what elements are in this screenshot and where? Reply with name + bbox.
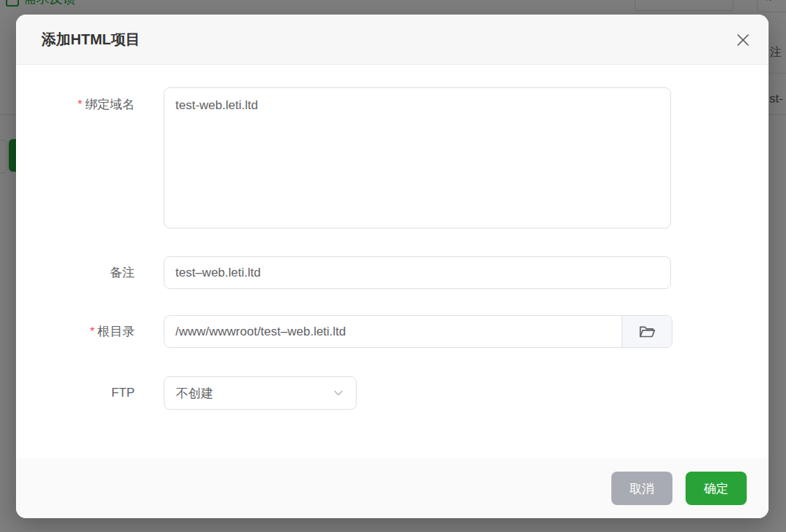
close-icon — [735, 32, 751, 48]
domain-label: *绑定域名 — [16, 96, 135, 114]
ftp-select[interactable]: 不创建 — [164, 376, 357, 410]
remark-input[interactable] — [164, 256, 671, 289]
required-mark: * — [90, 325, 95, 338]
folder-open-icon — [638, 322, 656, 341]
root-dir-input-group — [164, 315, 672, 348]
add-html-project-dialog: 添加HTML项目 *绑定域名 备注 *根目录 FTP 不创建 — [16, 15, 769, 518]
cancel-button[interactable]: 取消 — [611, 472, 672, 505]
confirm-button[interactable]: 确定 — [686, 472, 747, 505]
ftp-label: FTP — [16, 376, 135, 410]
dialog-header: 添加HTML项目 — [16, 15, 769, 65]
chevron-down-icon — [333, 387, 344, 399]
dialog-footer: 取消 确定 — [16, 458, 769, 518]
close-button[interactable] — [732, 29, 754, 51]
ftp-select-value: 不创建 — [176, 385, 213, 402]
root-dir-input[interactable] — [164, 316, 622, 347]
dialog-title: 添加HTML项目 — [41, 15, 140, 64]
remark-label: 备注 — [16, 256, 135, 289]
required-mark: * — [78, 98, 82, 111]
domain-textarea[interactable] — [164, 87, 671, 229]
root-dir-label: *根目录 — [16, 315, 135, 348]
browse-directory-button[interactable] — [622, 316, 672, 347]
